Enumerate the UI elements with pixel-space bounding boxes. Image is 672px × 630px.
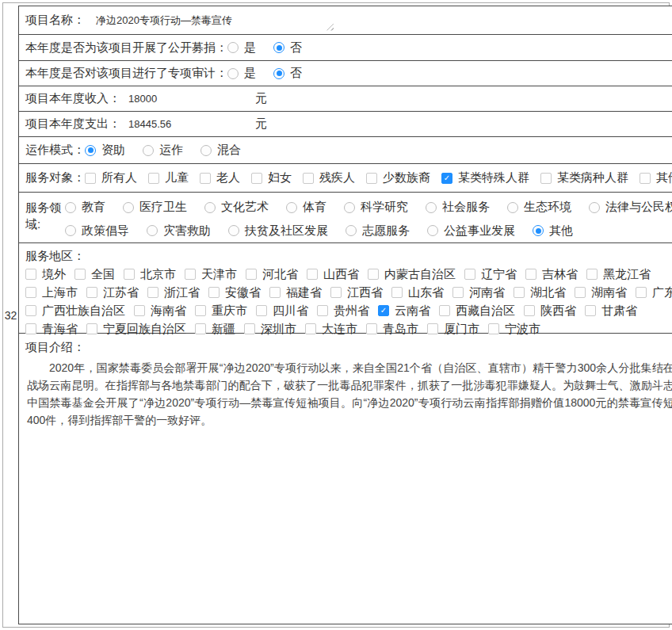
- service-area-r3-option-9[interactable]: 甘肃省: [585, 304, 637, 319]
- checkbox-icon: [74, 269, 86, 280]
- service-field-r2-option-3[interactable]: 扶贫及社区发展: [228, 223, 328, 239]
- service-field-r2-option-1[interactable]: 政策倡导: [65, 223, 129, 239]
- service-field-r1-option-4[interactable]: 体育: [286, 200, 326, 215]
- service-area-r2-option-10[interactable]: 湖南省: [575, 285, 627, 300]
- service-area-r2-option-2[interactable]: 江苏省: [86, 285, 139, 300]
- service-area-r3-option-7[interactable]: 西藏自治区: [439, 304, 515, 319]
- service-area-r1-option-2[interactable]: 全国: [74, 267, 115, 282]
- service-target-option-5[interactable]: 残疾人: [303, 170, 355, 185]
- service-area-r1-option-6[interactable]: 山西省: [307, 267, 359, 282]
- service-area-r1-option-3[interactable]: 北京市: [124, 267, 176, 282]
- project-name-input[interactable]: 净边2020专项行动—禁毒宣传: [94, 10, 334, 32]
- service-field-r2-option-2[interactable]: 灾害救助: [147, 223, 211, 239]
- service-area-r1-option-8[interactable]: 辽宁省: [464, 267, 517, 282]
- public-fundraising-option-2[interactable]: 否: [273, 40, 302, 55]
- service-area-r2-option-5[interactable]: 福建省: [269, 285, 322, 300]
- service-target-option-2[interactable]: 儿童: [148, 170, 189, 185]
- service-target-option-3[interactable]: 老人: [200, 170, 240, 185]
- service-area-r1-option-9[interactable]: 吉林省: [525, 267, 578, 282]
- service-area-r2-option-6[interactable]: 江西省: [330, 285, 383, 300]
- radio-icon: [200, 145, 212, 156]
- special-audit-option-2[interactable]: 否: [273, 66, 302, 81]
- checkbox-icon: [524, 305, 535, 316]
- service-area-r2-option-4[interactable]: 安徽省: [208, 285, 261, 300]
- service-field-r1-option-6[interactable]: 社会服务: [426, 200, 490, 215]
- annual-income-unit: 元: [255, 91, 267, 106]
- project-intro-label: 项目介绍：: [25, 338, 672, 356]
- service-area-r2-option-8[interactable]: 河南省: [452, 285, 505, 300]
- service-target-option-1[interactable]: 所有人: [85, 170, 137, 185]
- service-area-r3-option-3[interactable]: 重庆市: [195, 304, 247, 319]
- service-target-option-9[interactable]: 其他: [640, 170, 672, 185]
- option-label: 河北省: [262, 267, 298, 282]
- service-field-r2-option-5[interactable]: 公益事业发展: [427, 223, 515, 239]
- row-number: 32: [3, 6, 18, 624]
- service-target-option-7[interactable]: ✓某类特殊人群: [441, 170, 529, 185]
- service-field-r1-option-7[interactable]: 生态环境: [507, 200, 571, 215]
- service-field-r2-option-4[interactable]: 志愿服务: [346, 223, 410, 239]
- service-area-r1-option-5[interactable]: 河北省: [246, 267, 298, 282]
- service-area-r1-option-4[interactable]: 天津市: [185, 267, 237, 282]
- option-label: 残疾人: [319, 170, 355, 185]
- option-label: 否: [290, 66, 302, 81]
- project-name-row: 项目名称： 净边2020专项行动—禁毒宣传: [19, 6, 672, 35]
- special-audit-option-1[interactable]: 是: [227, 66, 256, 81]
- radio-icon: [143, 145, 154, 156]
- checkbox-icon: [185, 269, 196, 280]
- service-field-r1-option-8[interactable]: 法律与公民权力: [589, 200, 672, 215]
- option-label: 全国: [91, 267, 115, 282]
- option-label: 运作: [159, 143, 183, 158]
- operation-mode-option-1[interactable]: 资助: [85, 143, 125, 158]
- service-area-r1-option-7[interactable]: 内蒙古自治区: [368, 267, 456, 282]
- service-area-r1-option-1[interactable]: 境外: [25, 267, 66, 282]
- service-area-r3-option-2[interactable]: 海南省: [134, 304, 186, 319]
- option-label: 山东省: [408, 285, 444, 300]
- checkbox-icon: [25, 287, 36, 298]
- service-target-option-4[interactable]: 妇女: [251, 170, 292, 185]
- option-label: 湖北省: [530, 285, 566, 300]
- special-audit-options: 是否: [227, 66, 302, 81]
- radio-icon: [589, 202, 600, 213]
- service-area-r3-option-4[interactable]: 四川省: [256, 304, 308, 319]
- service-area-r1-option-10[interactable]: 黑龙江省: [586, 267, 651, 282]
- operation-mode-row: 运作模式： 资助运作混合: [19, 137, 672, 164]
- service-target-option-8[interactable]: 某类病种人群: [540, 170, 628, 185]
- operation-mode-option-2[interactable]: 运作: [143, 143, 183, 158]
- option-label: 少数族裔: [383, 170, 430, 185]
- service-area-r2-option-1[interactable]: 上海市: [25, 285, 78, 300]
- service-area-r2-option-7[interactable]: 山东省: [391, 285, 444, 300]
- annual-income-input[interactable]: 18000: [128, 93, 255, 105]
- service-area-r3-option-5[interactable]: 贵州省: [317, 304, 369, 319]
- operation-mode-option-3[interactable]: 混合: [200, 143, 241, 158]
- project-intro-textarea[interactable]: 2020年，国家禁毒委员会部署开展“净边2020”专项行动以来，来自全国21个省…: [27, 359, 672, 429]
- service-area-r3-option-6[interactable]: ✓云南省: [378, 304, 430, 319]
- radio-icon: [286, 202, 297, 213]
- public-fundraising-option-1[interactable]: 是: [227, 40, 256, 55]
- service-field-r1-option-3[interactable]: 文化艺术: [204, 200, 269, 215]
- service-area-r3-option-8[interactable]: 陕西省: [524, 304, 576, 319]
- service-target-option-6[interactable]: 少数族裔: [366, 170, 430, 185]
- service-field-r1-option-2[interactable]: 医疗卫生: [123, 200, 187, 215]
- option-label: 志愿服务: [362, 223, 410, 239]
- service-area-r2-option-11[interactable]: 广东省: [636, 285, 672, 300]
- service-field-r1-option-1[interactable]: 教育: [65, 200, 105, 215]
- option-label: 江苏省: [103, 285, 139, 300]
- resize-handle-icon[interactable]: [326, 24, 334, 31]
- checkbox-icon: [636, 287, 647, 298]
- option-label: 灾害救助: [163, 223, 211, 239]
- option-label: 儿童: [165, 170, 189, 185]
- service-area-r2-option-9[interactable]: 湖北省: [514, 285, 566, 300]
- service-field-r2-option-6[interactable]: 其他: [533, 223, 573, 239]
- service-target-options: 所有人儿童老人妇女残疾人少数族裔✓某类特殊人群某类病种人群其他: [85, 170, 672, 185]
- option-label: 所有人: [101, 170, 137, 185]
- service-field-row: 服务领域: 教育医疗卫生文化艺术体育科学研究社会服务生态环境法律与公民权力 政策…: [19, 193, 672, 243]
- operation-mode-options: 资助运作混合: [85, 143, 241, 158]
- option-label: 云南省: [395, 304, 430, 319]
- checkbox-icon: [317, 305, 328, 316]
- annual-expense-input[interactable]: 18445.56: [128, 118, 255, 130]
- service-area-r3-option-1[interactable]: 广西壮族自治区: [25, 304, 125, 319]
- checkbox-icon: [464, 269, 475, 280]
- service-area-r2-option-3[interactable]: 浙江省: [147, 285, 200, 300]
- service-field-r1-option-5[interactable]: 科学研究: [344, 200, 408, 215]
- annual-income-label: 项目本年度收入：: [25, 91, 120, 106]
